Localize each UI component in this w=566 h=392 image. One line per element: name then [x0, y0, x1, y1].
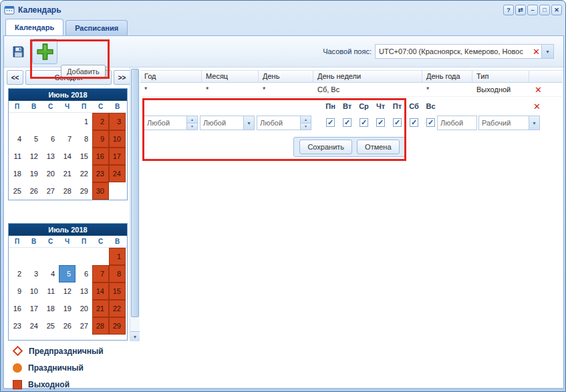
- day-input[interactable]: [257, 116, 300, 130]
- calendar-day[interactable]: 10: [109, 130, 126, 148]
- add-button[interactable]: [32, 39, 57, 64]
- calendar-day[interactable]: 7: [92, 265, 109, 282]
- calendar-day[interactable]: 15: [109, 282, 126, 300]
- calendar-day[interactable]: 25: [42, 317, 59, 335]
- close-button[interactable]: ✕: [551, 5, 562, 15]
- calendar-day[interactable]: 12: [25, 148, 42, 165]
- calendar-day[interactable]: 26: [25, 182, 42, 200]
- calendar-day[interactable]: 18: [42, 300, 59, 317]
- minimize-button[interactable]: –: [527, 5, 538, 15]
- calendar-day[interactable]: 15: [76, 148, 92, 165]
- spinner-down-icon[interactable]: ▼: [301, 124, 311, 130]
- month-input[interactable]: [200, 116, 243, 130]
- calendar-day[interactable]: 28: [92, 317, 109, 335]
- calendar-day[interactable]: 8: [76, 130, 92, 148]
- calendar-day[interactable]: 24: [109, 165, 126, 182]
- calendar-day[interactable]: 9: [92, 130, 109, 148]
- day-of-year-input[interactable]: [437, 116, 477, 130]
- calendar-day[interactable]: 17: [109, 148, 126, 165]
- calendar-day[interactable]: 12: [59, 282, 76, 300]
- save-rule-button[interactable]: Сохранить: [299, 140, 352, 154]
- cancel-button[interactable]: Отмена: [357, 140, 399, 154]
- column-header[interactable]: День: [259, 71, 313, 82]
- calendar-day[interactable]: 21: [59, 165, 76, 182]
- weekday-checkbox[interactable]: ✓: [360, 118, 368, 127]
- calendar-day[interactable]: 11: [9, 148, 25, 165]
- column-header[interactable]: Тип: [472, 71, 529, 82]
- calendar-day[interactable]: 13: [42, 148, 59, 165]
- column-header[interactable]: День недели: [313, 71, 422, 82]
- calendar-day[interactable]: 8: [109, 265, 126, 282]
- calendar-day[interactable]: 4: [9, 130, 25, 148]
- calendar-day[interactable]: 31: [25, 335, 42, 341]
- prev-month-button[interactable]: <<: [7, 70, 23, 85]
- save-button[interactable]: [9, 43, 27, 60]
- column-header[interactable]: Месяц: [202, 71, 259, 82]
- year-spinner[interactable]: ▲ ▼: [186, 116, 198, 130]
- calendar-day[interactable]: 4: [42, 265, 59, 282]
- calendar-day[interactable]: 11: [42, 282, 59, 300]
- calendar-day[interactable]: 3: [109, 113, 126, 130]
- calendar-day[interactable]: 2: [9, 265, 25, 282]
- maximize-button[interactable]: □: [539, 5, 550, 15]
- calendar-day[interactable]: 10: [25, 282, 42, 300]
- calendar-day[interactable]: 23: [9, 317, 25, 335]
- refresh-button[interactable]: ⇄: [515, 5, 526, 15]
- calendar-day[interactable]: 13: [76, 282, 92, 300]
- calendar-day[interactable]: 6: [42, 130, 59, 148]
- spinner-up-icon[interactable]: ▲: [301, 116, 311, 124]
- delete-row-icon[interactable]: ✕: [535, 85, 542, 94]
- column-header[interactable]: Год: [140, 71, 202, 82]
- calendar-day[interactable]: 14: [59, 148, 76, 165]
- calendar-day[interactable]: 19: [59, 300, 76, 317]
- calendar-day[interactable]: 29: [109, 317, 126, 335]
- timezone-input[interactable]: UTC+07:00 (Красноярск, Кемерово, Новос ✕: [375, 44, 542, 59]
- calendar-day[interactable]: 30: [9, 335, 25, 341]
- calendar-day[interactable]: 17: [25, 300, 42, 317]
- tab-schedules[interactable]: Расписания: [65, 20, 128, 35]
- calendar-day[interactable]: 28: [59, 182, 76, 200]
- calendar-day[interactable]: 19: [25, 165, 42, 182]
- calendar-day[interactable]: 27: [76, 317, 92, 335]
- calendar-day[interactable]: 18: [9, 165, 25, 182]
- column-header[interactable]: День года: [422, 71, 472, 82]
- calendar-day[interactable]: 5: [25, 130, 42, 148]
- type-input[interactable]: [478, 116, 529, 130]
- calendar-day[interactable]: 5: [59, 265, 76, 282]
- help-button[interactable]: ?: [503, 5, 514, 15]
- timezone-clear-icon[interactable]: ✕: [533, 47, 540, 56]
- calendar-day[interactable]: 23: [92, 165, 109, 182]
- calendar-day[interactable]: 22: [76, 165, 92, 182]
- calendar-day[interactable]: 1: [76, 113, 92, 130]
- spinner-up-icon[interactable]: ▲: [187, 116, 197, 124]
- weekday-checkbox[interactable]: ✓: [426, 118, 435, 127]
- table-row[interactable]: ***Сб, Вс*Выходной✕: [140, 83, 563, 97]
- calendar-day[interactable]: 16: [9, 300, 25, 317]
- calendar-day[interactable]: 6: [76, 265, 92, 282]
- weekday-checkbox[interactable]: ✓: [376, 118, 385, 127]
- calendar-day[interactable]: 21: [92, 300, 109, 317]
- calendar-day[interactable]: 2: [92, 113, 109, 130]
- year-input[interactable]: [144, 116, 186, 130]
- weekday-checkbox[interactable]: ✓: [326, 118, 335, 127]
- editor-delete-icon[interactable]: ✕: [533, 102, 541, 111]
- sidebar-scrollbar[interactable]: ▼: [130, 67, 140, 341]
- weekday-checkbox[interactable]: ✓: [393, 118, 402, 127]
- timezone-dropdown-trigger[interactable]: ▼: [542, 44, 554, 59]
- calendar-day[interactable]: 1: [109, 248, 126, 265]
- tab-calendar[interactable]: Календарь: [5, 19, 63, 35]
- calendar-day[interactable]: 22: [109, 300, 126, 317]
- month-dropdown-trigger[interactable]: ▼: [243, 116, 255, 130]
- calendar-day[interactable]: 20: [42, 165, 59, 182]
- day-spinner[interactable]: ▲ ▼: [300, 116, 311, 130]
- calendar-day[interactable]: 14: [92, 282, 109, 300]
- weekday-checkbox[interactable]: ✓: [410, 118, 418, 127]
- calendar-day[interactable]: 9: [9, 282, 25, 300]
- calendar-day[interactable]: 25: [9, 182, 25, 200]
- weekday-checkbox[interactable]: ✓: [343, 118, 351, 127]
- calendar-day[interactable]: 20: [76, 300, 92, 317]
- scrollbar-thumb[interactable]: [131, 69, 139, 317]
- calendar-day[interactable]: 29: [76, 182, 92, 200]
- spinner-down-icon[interactable]: ▼: [187, 124, 197, 130]
- calendar-day[interactable]: 7: [59, 130, 76, 148]
